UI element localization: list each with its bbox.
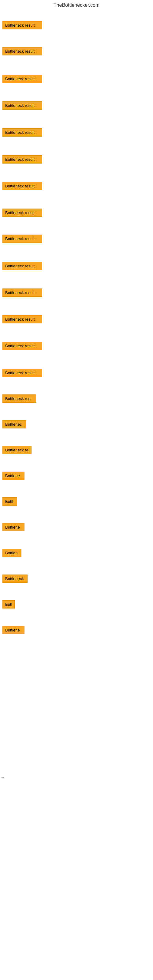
bottleneck-badge[interactable]: Bottleneck result [2, 182, 42, 190]
list-item[interactable]: Bottleneck result [2, 315, 153, 323]
bottleneck-badge[interactable]: Bottlene [2, 472, 24, 480]
list-item[interactable]: Bottlene [2, 472, 153, 480]
list-item[interactable]: Bottleneck result [2, 21, 153, 29]
bottleneck-badge[interactable]: Bottleneck result [2, 128, 42, 137]
items-container: Bottleneck resultBottleneck resultBottle… [0, 9, 153, 634]
list-item[interactable]: Bottleneck result [2, 235, 153, 243]
bottleneck-badge[interactable]: Bottlen [2, 549, 21, 557]
bottleneck-badge[interactable]: Bottleneck result [2, 315, 42, 323]
list-item[interactable]: Bottleneck result [2, 101, 153, 110]
bottleneck-badge[interactable]: Bottleneck result [2, 369, 42, 377]
bottleneck-badge[interactable]: Bottlene [2, 626, 24, 634]
list-item[interactable]: Bottleneck result [2, 155, 153, 164]
bottleneck-badge[interactable]: Bottleneck [2, 574, 27, 583]
bottleneck-badge[interactable]: Bottleneck result [2, 75, 42, 83]
bottleneck-badge[interactable]: Bottleneck re [2, 446, 32, 454]
bottleneck-badge[interactable]: Bottlenec [2, 420, 26, 428]
list-item[interactable]: Bottlenec [2, 420, 153, 428]
bottleneck-badge[interactable]: Bottlene [2, 523, 24, 531]
bottleneck-badge[interactable]: Bottleneck res [2, 395, 36, 403]
site-title: TheBottlenecker.com [0, 0, 153, 9]
list-item[interactable]: Bottlene [2, 626, 153, 634]
bottleneck-badge[interactable]: Bottl [2, 497, 17, 506]
ellipsis-indicator: ... [1, 775, 4, 778]
list-item[interactable]: Bottleneck result [2, 288, 153, 297]
bottleneck-badge[interactable]: Bottleneck result [2, 288, 42, 297]
bottleneck-badge[interactable]: Bottleneck result [2, 235, 42, 243]
list-item[interactable]: Bottlene [2, 523, 153, 531]
list-item[interactable]: Bottleneck result [2, 128, 153, 137]
list-item[interactable]: Bottleneck [2, 574, 153, 583]
list-item[interactable]: Bottleneck res [2, 395, 153, 403]
list-item[interactable]: Bottl [2, 497, 153, 506]
list-item[interactable]: Bottleneck re [2, 446, 153, 454]
bottleneck-badge[interactable]: Bottleneck result [2, 342, 42, 350]
bottleneck-badge[interactable]: Bottleneck result [2, 101, 42, 110]
list-item[interactable]: Bottlen [2, 549, 153, 557]
list-item[interactable]: Bottleneck result [2, 182, 153, 190]
list-item[interactable]: Bott [2, 600, 153, 609]
bottleneck-badge[interactable]: Bottleneck result [2, 47, 42, 56]
list-item[interactable]: Bottleneck result [2, 369, 153, 377]
bottleneck-badge[interactable]: Bott [2, 600, 15, 609]
list-item[interactable]: Bottleneck result [2, 208, 153, 217]
list-item[interactable]: Bottleneck result [2, 75, 153, 83]
bottleneck-badge[interactable]: Bottleneck result [2, 155, 42, 164]
list-item[interactable]: Bottleneck result [2, 262, 153, 270]
list-item[interactable]: Bottleneck result [2, 342, 153, 350]
bottleneck-badge[interactable]: Bottleneck result [2, 21, 42, 29]
bottleneck-badge[interactable]: Bottleneck result [2, 208, 42, 217]
bottleneck-badge[interactable]: Bottleneck result [2, 262, 42, 270]
list-item[interactable]: Bottleneck result [2, 47, 153, 56]
